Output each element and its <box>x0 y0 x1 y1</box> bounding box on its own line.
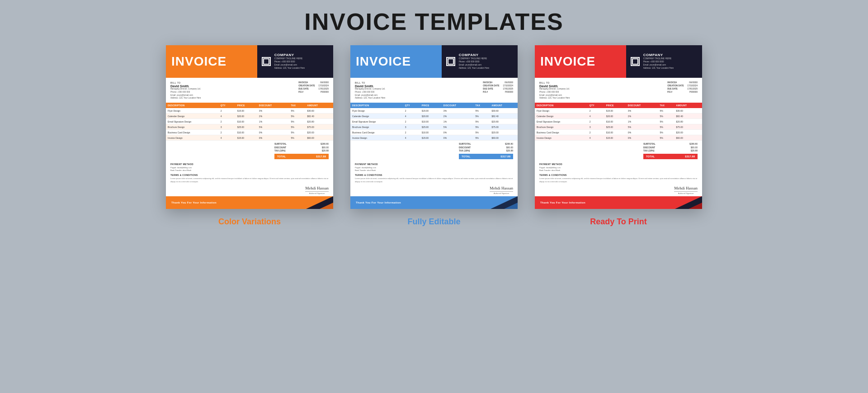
payment-terms: PAYMENT METHOD Paypal: david@billing.com… <box>166 161 333 174</box>
footer-label-ready-to-print: Ready To Print <box>535 217 702 227</box>
terms-conditions: TERMS & CONDITIONS Lorem ipsum dolor sit… <box>535 174 702 185</box>
table-cell: 2% <box>257 114 289 119</box>
table-cell: 5% <box>474 108 490 114</box>
table-cell: $30.60 <box>305 108 333 114</box>
invoice-table: DESCRIPTION QTY PRICE DISCOUNT TAX AMOUN… <box>166 103 333 141</box>
table-cell: 4 <box>403 114 420 119</box>
table-cell: 2 <box>588 130 604 135</box>
table-cell: Email Signature Design <box>535 119 588 124</box>
table-cell: $20.00 <box>236 114 257 119</box>
col-description: DESCRIPTION <box>535 103 588 108</box>
table-cell: 0% <box>257 130 289 135</box>
table-cell: Email Signature Design <box>166 119 219 124</box>
table-cell: $20.00 <box>420 114 442 119</box>
table-cell: $30.60 <box>490 108 518 114</box>
col-amount: AMOUNT <box>305 103 333 108</box>
signature-area: Mehdi Hassan Authored Signature <box>166 185 333 196</box>
table-cell: 2 <box>403 130 420 135</box>
table-row: Brochure Design3$25.005%5%$75.00 <box>166 124 333 130</box>
bill-to-label: BILL TO <box>170 81 294 84</box>
header-accent-left: INVOICE <box>166 45 257 78</box>
terms-conditions: TERMS & CONDITIONS Lorem ipsum dolor sit… <box>166 174 333 185</box>
company-details: Phone: +000 000 0000 Email: youre@email.… <box>274 61 305 70</box>
table-cell: 5% <box>658 135 675 141</box>
table-cell: $20.00 <box>604 114 626 119</box>
table-cell: Brochure Design <box>166 124 219 130</box>
company-details: Phone: +000 000 0000 Email: youre@email.… <box>643 61 674 70</box>
table-cell: Invoice Design <box>535 135 588 141</box>
invoice-header: INVOICE COMPANY COMPANY TAGLINE HERE Pho… <box>350 45 518 78</box>
col-tax: TAX <box>289 103 306 108</box>
footer-label-color-variations: Color Variations <box>166 217 333 227</box>
table-row: Email Signature Design2$10.001%5%$20.80 <box>535 119 702 124</box>
table-cell: 5% <box>442 124 474 130</box>
table-cell: 5% <box>289 124 306 130</box>
footer-text: Thank You For Your Information <box>171 201 217 204</box>
table-cell: 5% <box>257 124 289 130</box>
table-cell: 4 <box>219 114 236 119</box>
table-cell: 2 <box>219 130 236 135</box>
table-row: Calender Design4$20.002%5%$82.40 <box>350 114 518 119</box>
table-cell: 5% <box>474 124 490 130</box>
header-company-right: COMPANY COMPANY TAGLINE HERE Phone: +000… <box>626 45 702 78</box>
company-info: COMPANY COMPANY TAGLINE HERE Phone: +000… <box>643 53 674 70</box>
table-cell: Flyer Design <box>535 108 588 114</box>
table-cell: 5% <box>658 114 675 119</box>
table-header-row: DESCRIPTION QTY PRICE DISCOUNT TAX AMOUN… <box>166 103 333 108</box>
table-cell: 5% <box>289 114 306 119</box>
company-icon <box>631 57 640 66</box>
total-final-red: TOTAL $317.88 <box>643 154 698 159</box>
table-row: Calender Design4$20.002%5%$82.40 <box>535 114 702 119</box>
table-cell: $20.80 <box>305 119 333 124</box>
table-row: Calender Design4$20.002%5%$82.40 <box>166 114 333 119</box>
total-final-orange: TOTAL $317.88 <box>274 154 329 159</box>
table-row: Business Card Design2$10.000%5%$20.00 <box>166 130 333 135</box>
invoice-card-orange: INVOICE COMPANY COMPANY TAGLINE HERE Pho… <box>166 45 333 209</box>
col-tax: TAX <box>474 103 490 108</box>
table-cell: $25.00 <box>420 124 442 130</box>
table-cell: $25.00 <box>604 124 626 130</box>
col-discount: DISCOUNT <box>626 103 658 108</box>
header-company-right: COMPANY COMPANY TAGLINE HERE Phone: +000… <box>442 45 518 78</box>
footer-labels-row: Color Variations Fully Editable Ready To… <box>166 217 702 227</box>
table-cell: 0% <box>442 135 474 141</box>
table-row: Invoice Design4$15.000%5%$60.00 <box>535 135 702 141</box>
table-cell: 0% <box>626 130 658 135</box>
table-cell: 5% <box>658 108 675 114</box>
table-body: Flyer Design2$15.003%5%$30.60Calender De… <box>166 108 333 141</box>
table-cell: 3 <box>588 124 604 130</box>
table-cell: $15.00 <box>420 135 442 141</box>
table-row: Invoice Design4$15.000%5%$60.00 <box>166 135 333 141</box>
table-cell: Calender Design <box>535 114 588 119</box>
col-amount: AMOUNT <box>674 103 702 108</box>
company-details: Phone: +000 000 0000 Email: youre@email.… <box>459 61 489 70</box>
table-cell: $20.00 <box>490 130 518 135</box>
table-cell: $20.80 <box>674 119 702 124</box>
invoice-card-blue: INVOICE COMPANY COMPANY TAGLINE HERE Pho… <box>350 45 518 209</box>
company-tagline: COMPANY TAGLINE HERE <box>643 57 674 60</box>
table-cell: 5% <box>289 130 306 135</box>
table-cell: 0% <box>442 130 474 135</box>
table-cell: 2 <box>588 119 604 124</box>
table-cell: Invoice Design <box>166 135 219 141</box>
payment-method: PAYMENT METHOD Paypal: david@billing.com… <box>539 163 698 172</box>
table-cell: $15.00 <box>604 135 626 141</box>
invoice-footer: Thank You For Your Information <box>166 196 333 209</box>
table-cell: 3% <box>442 108 474 114</box>
table-cell: 3 <box>219 124 236 130</box>
table-cell: $10.00 <box>420 130 442 135</box>
table-cell: 2 <box>219 119 236 124</box>
payment-method: PAYMENT METHOD Paypal: david@billing.com… <box>355 163 513 172</box>
table-cell: 2 <box>403 119 420 124</box>
invoice-table: DESCRIPTION QTY PRICE DISCOUNT TAX AMOUN… <box>350 103 518 141</box>
table-cell: 2 <box>403 108 420 114</box>
col-qty: QTY <box>588 103 604 108</box>
bill-to-label: BILL TO <box>355 81 478 84</box>
col-qty: QTY <box>403 103 420 108</box>
table-cell: 4 <box>588 114 604 119</box>
col-amount: AMOUNT <box>490 103 518 108</box>
invoice-totals: SUBTOTAL$288.80 DISCOUNT$00.00 TAX (10%)… <box>535 142 702 161</box>
table-cell: $75.00 <box>305 124 333 130</box>
col-price: PRICE <box>420 103 442 108</box>
table-cell: Business Card Design <box>166 130 219 135</box>
